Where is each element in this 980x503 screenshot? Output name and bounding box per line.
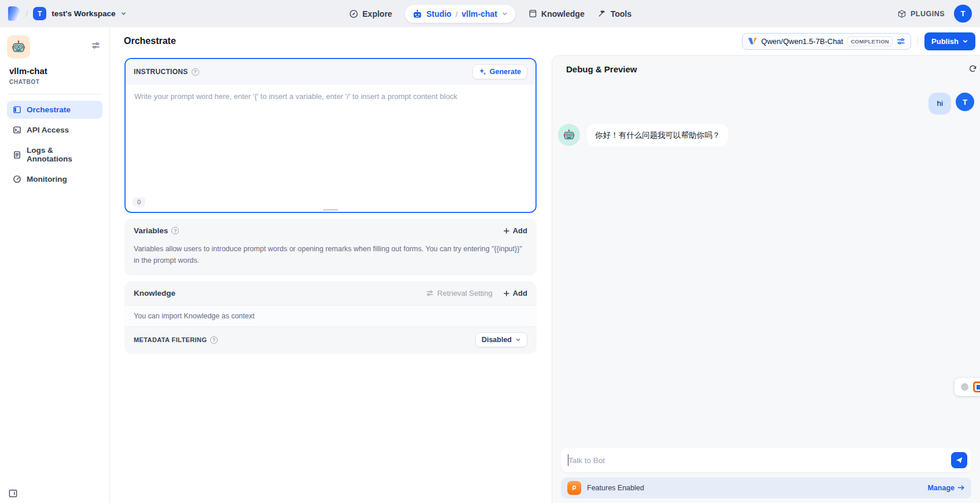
nav-item-studio[interactable]: Studio / vllm-chat	[405, 5, 515, 23]
nav-center: Explore Studio / vllm-chat Knowledge	[348, 5, 632, 23]
variables-title: Variables	[134, 226, 168, 235]
floating-extension-widget[interactable]	[955, 378, 980, 396]
chat-message-bot: 你好！有什么问题我可以帮助你吗？	[558, 124, 974, 147]
dify-logo	[8, 6, 20, 21]
extension-logo-icon[interactable]	[973, 381, 980, 392]
knowledge-section: Knowledge Retrieval Setting Add Yo	[124, 281, 537, 354]
chevron-down-icon[interactable]	[501, 10, 508, 17]
sidebar-item-orchestrate[interactable]: Orchestrate	[7, 101, 102, 119]
generate-button[interactable]: Generate	[472, 64, 527, 79]
restart-conversation-icon[interactable]	[968, 64, 977, 73]
generate-label: Generate	[490, 68, 521, 76]
add-variable-button[interactable]: Add	[503, 226, 527, 235]
metadata-filtering-row: METADATA FILTERING ? Disabled	[124, 327, 537, 354]
plus-icon	[503, 227, 510, 234]
manage-label: Manage	[927, 484, 955, 492]
sidebar-item-label: Logs & Annotations	[27, 146, 97, 163]
metadata-filtering-value: Disabled	[482, 336, 512, 344]
add-knowledge-button[interactable]: Add	[503, 289, 527, 298]
studio-app-name[interactable]: vllm-chat	[462, 9, 497, 19]
arrow-right-icon	[957, 484, 965, 491]
variables-description: Variables allow users to introduce promp…	[124, 243, 537, 276]
plugins-button[interactable]: PLUGINS	[897, 9, 945, 19]
robot-icon	[563, 128, 575, 141]
sidebar-app-name: vllm-chat	[9, 66, 102, 76]
features-icon	[567, 481, 581, 495]
metadata-filtering-title: METADATA FILTERING	[134, 336, 207, 343]
studio-slash-divider: /	[456, 9, 458, 18]
variables-section: Variables ? Add Variables allow users to…	[124, 219, 537, 276]
app-settings-icon[interactable]	[91, 41, 100, 50]
sparkles-icon	[479, 68, 487, 76]
sidebar-item-label: Orchestrate	[27, 105, 71, 114]
paper-plane-icon	[955, 456, 963, 464]
publish-label: Publish	[931, 37, 959, 46]
workspace-name[interactable]: test's Workspace	[52, 9, 115, 18]
collapse-sidebar-icon[interactable]	[8, 489, 18, 498]
help-icon[interactable]: ?	[210, 336, 218, 344]
orchestrate-icon	[13, 105, 21, 114]
sidebar-item-label: Monitoring	[27, 175, 67, 183]
chat-message-user: hi T	[558, 93, 974, 115]
nav-right: PLUGINS T	[897, 5, 972, 23]
model-mode-badge: COMPLETION	[847, 36, 893, 46]
sidebar-app-type: CHATBOT	[9, 79, 102, 85]
main-area: Orchestrate Qwen/Qwen1.5-7B-Chat COMPLET…	[110, 27, 980, 503]
chat-input[interactable]	[561, 448, 971, 472]
extension-dot-icon	[961, 383, 968, 391]
workspace-switcher[interactable]: / T test's Workspace	[8, 6, 127, 21]
main-body: INSTRUCTIONS ? Generate Write your promp…	[110, 55, 980, 503]
add-label: Add	[513, 226, 527, 235]
prompt-editor[interactable]: Write your prompt word here, enter '{' t…	[126, 85, 535, 196]
tools-label: Tools	[611, 9, 632, 19]
model-name: Qwen/Qwen1.5-7B-Chat	[761, 37, 843, 46]
robot-icon	[11, 39, 26, 54]
sidebar-item-api-access[interactable]: API Access	[7, 121, 102, 139]
instructions-title: INSTRUCTIONS	[134, 68, 188, 76]
knowledge-label: Knowledge	[541, 9, 585, 19]
knowledge-title: Knowledge	[134, 289, 175, 298]
tools-icon	[597, 9, 607, 19]
help-icon[interactable]: ?	[192, 68, 199, 76]
studio-robot-icon	[412, 9, 422, 19]
top-nav: / T test's Workspace Explore Studio / vl…	[0, 0, 980, 27]
plus-icon	[503, 290, 510, 297]
debug-header: Debug & Preview	[552, 56, 980, 78]
nav-item-explore[interactable]: Explore	[348, 9, 392, 19]
resize-handle[interactable]	[323, 209, 338, 211]
sidebar: vllm-chat CHATBOT Orchestrate API Access	[0, 27, 110, 503]
sidebar-item-label: API Access	[27, 126, 69, 134]
chat-area: hi T	[552, 78, 980, 503]
chat-spacer	[558, 146, 974, 448]
help-icon[interactable]: ?	[171, 227, 179, 234]
model-tune-icon[interactable]	[897, 37, 905, 46]
nav-item-tools[interactable]: Tools	[597, 9, 632, 19]
manage-features-link[interactable]: Manage	[927, 484, 965, 492]
orchestrate-config-panel: INSTRUCTIONS ? Generate Write your promp…	[110, 55, 552, 503]
metadata-filtering-select[interactable]: Disabled	[475, 332, 527, 347]
workspace-avatar: T	[33, 7, 46, 20]
header-divider	[917, 36, 918, 46]
user-message-bubble: hi	[928, 93, 951, 115]
chat-input-row	[561, 448, 971, 472]
app-icon[interactable]	[7, 35, 30, 58]
main-header: Orchestrate Qwen/Qwen1.5-7B-Chat COMPLET…	[110, 27, 980, 55]
model-selector[interactable]: Qwen/Qwen1.5-7B-Chat COMPLETION	[742, 33, 911, 50]
char-count-badge: 0	[133, 197, 145, 207]
user-avatar[interactable]: T	[954, 5, 972, 23]
sliders-icon	[426, 289, 434, 297]
sidebar-item-monitoring[interactable]: Monitoring	[7, 170, 102, 188]
plugins-label: PLUGINS	[911, 10, 945, 18]
sidebar-divider	[7, 94, 102, 94]
chevron-down-icon	[120, 10, 127, 17]
text-caret	[568, 454, 568, 466]
nav-item-knowledge[interactable]: Knowledge	[528, 9, 585, 19]
user-chat-avatar: T	[956, 93, 974, 111]
send-button[interactable]	[951, 452, 967, 468]
app-screen: / T test's Workspace Explore Studio / vl…	[0, 0, 980, 503]
retrieval-setting-button[interactable]: Retrieval Setting	[426, 289, 492, 298]
publish-button[interactable]: Publish	[924, 32, 975, 50]
sidebar-item-logs-annotations[interactable]: Logs & Annotations	[7, 141, 102, 168]
features-bar: Features Enabled Manage	[561, 478, 971, 498]
header-actions: Qwen/Qwen1.5-7B-Chat COMPLETION Publish	[742, 32, 975, 50]
